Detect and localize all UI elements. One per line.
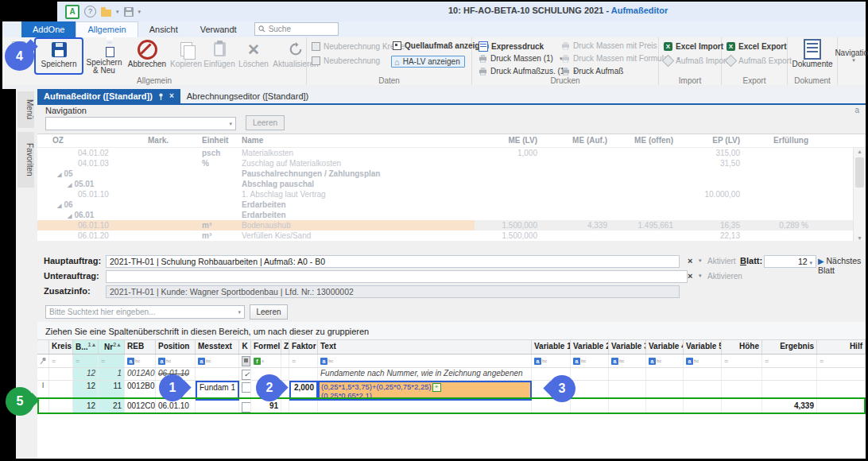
suchtext-combo[interactable]: Bitte Suchtext hier eingeben...▾ bbox=[45, 305, 245, 319]
cell-formel[interactable]: 91 bbox=[251, 401, 281, 414]
help-icon[interactable]: ? bbox=[84, 6, 96, 17]
hauptauftrag-clear-icon[interactable]: × bbox=[688, 256, 692, 265]
filter-cell-ergebnis[interactable]: = bbox=[762, 354, 817, 367]
cell-v1[interactable] bbox=[532, 401, 571, 414]
column-header-v3[interactable]: Variable 3 bbox=[609, 340, 646, 354]
cell-nr[interactable]: 1 bbox=[99, 368, 125, 380]
cell-kreis[interactable] bbox=[49, 381, 73, 401]
cell-ergebnis[interactable] bbox=[762, 381, 817, 401]
cell-messtext[interactable] bbox=[196, 401, 239, 414]
cell-k[interactable]: ✓ bbox=[239, 368, 251, 380]
abbrechen-button[interactable]: Abbrechen bbox=[125, 37, 169, 75]
cell-v5[interactable] bbox=[684, 381, 722, 401]
column-header-name[interactable]: Name bbox=[238, 134, 445, 147]
filter-cell-reb[interactable]: abc bbox=[125, 354, 156, 367]
column-header-me_lv[interactable]: ME (LV) bbox=[445, 134, 541, 147]
cell-reb[interactable]: 0012C0 bbox=[125, 401, 156, 414]
cell-hoehe[interactable] bbox=[722, 381, 762, 401]
cell-v5[interactable] bbox=[684, 368, 722, 380]
hauptauftrag-caret-icon[interactable]: ▾ bbox=[699, 258, 702, 264]
tab-addone[interactable]: AddOne bbox=[21, 21, 76, 37]
halv-anzeigen-button[interactable]: ⌂HA-LV anzeigen bbox=[391, 56, 465, 68]
neuberechnung-kreise-button[interactable]: Neuberechnung Kreise bbox=[312, 42, 405, 51]
cell-b[interactable]: 12 bbox=[73, 368, 99, 380]
tab-aufmasseditor[interactable]: Aufmaßeditor ([Standard]) × bbox=[37, 89, 180, 103]
column-header-oz[interactable]: OZ bbox=[49, 134, 145, 147]
k-checkbox[interactable] bbox=[242, 402, 251, 413]
naechstes-blatt-button[interactable]: ▶ Nächstes Blatt bbox=[818, 256, 866, 275]
tab-verwandt[interactable]: Verwandt bbox=[189, 21, 248, 37]
qat-dropdown-caret[interactable]: ▾ bbox=[138, 9, 141, 15]
loeschen-button[interactable]: ✕Löschen bbox=[236, 37, 271, 75]
filter-cell-v2[interactable]: abc bbox=[571, 354, 609, 367]
cell-v3[interactable] bbox=[609, 381, 646, 401]
lv-grid-row[interactable]: 06.01.20m³Verfüllen Kies/Sand1.500,00022… bbox=[37, 230, 866, 241]
column-header-ep_lv[interactable]: EP (LV) bbox=[676, 134, 743, 147]
column-header-messtext[interactable]: Messtext bbox=[196, 340, 239, 354]
open-dropdown-caret[interactable]: ▾ bbox=[116, 9, 119, 15]
filter-cell-text[interactable]: abc bbox=[318, 354, 532, 367]
column-header-v4[interactable]: Variable 4 bbox=[646, 340, 684, 354]
speichern-button[interactable]: Speichern bbox=[34, 37, 83, 75]
column-header-kreis[interactable]: Kreis bbox=[49, 340, 73, 354]
navigation-leeren-button[interactable]: Leeren bbox=[246, 115, 285, 130]
column-header-me_auf[interactable]: ME (Auf.) bbox=[541, 134, 610, 147]
ribbon-search-input[interactable]: Suche bbox=[254, 22, 339, 36]
cell-v5[interactable] bbox=[684, 401, 722, 414]
column-header-nr[interactable]: Nr2▲ bbox=[99, 340, 125, 354]
column-header-formel[interactable]: Formel bbox=[251, 340, 281, 354]
column-header-ergebnis[interactable]: Ergebnis bbox=[762, 340, 817, 354]
column-header-hoehe[interactable]: Höhe bbox=[722, 340, 762, 354]
cell-v3[interactable] bbox=[609, 401, 646, 414]
excel-export-button[interactable]: XExcel Export bbox=[727, 42, 787, 51]
cell-b[interactable]: 12 bbox=[73, 381, 99, 401]
hauptauftrag-field[interactable]: 2021-TH-01 | Schulung Rohbauarbeiten | A… bbox=[106, 255, 680, 268]
aufmass-export-button[interactable]: Aufmaß Export bbox=[727, 56, 792, 65]
column-header-v5[interactable]: Variable 5 bbox=[684, 340, 722, 354]
cell-hilf[interactable] bbox=[817, 401, 866, 414]
cell-kreis[interactable] bbox=[49, 401, 73, 414]
lv-grid-row[interactable]: 06.01.10m³Bodenaushub1.500,0004,3391.495… bbox=[37, 220, 866, 230]
cell-messtext[interactable]: Fundam 1 bbox=[196, 381, 239, 401]
cell-v2[interactable] bbox=[571, 381, 609, 401]
column-header-faktor[interactable]: Faktor bbox=[289, 340, 318, 354]
cell-hilf[interactable] bbox=[817, 368, 866, 380]
filter-cell-v4[interactable]: abc bbox=[646, 354, 684, 367]
cell-k[interactable] bbox=[239, 381, 251, 401]
cell-position[interactable]: 06.01.10 bbox=[156, 401, 196, 414]
speichern-und-neu-button[interactable]: Speichern & Neu bbox=[83, 37, 125, 75]
cell-text[interactable]: Fundamente nach Nummer, wie in Zeichnung… bbox=[318, 368, 532, 380]
cell-hoehe[interactable] bbox=[722, 368, 762, 380]
cell-messtext[interactable] bbox=[196, 368, 239, 380]
filter-cell-kreis[interactable]: = bbox=[49, 354, 73, 367]
cell-faktor[interactable] bbox=[289, 401, 318, 414]
cell-z[interactable] bbox=[281, 401, 289, 414]
kopieren-button[interactable]: Kopieren bbox=[169, 37, 203, 75]
blatt-caret-icon[interactable]: ▾ bbox=[809, 260, 812, 265]
scroll-up-icon[interactable]: ▲ bbox=[854, 149, 866, 154]
filter-cell-v1[interactable]: abc bbox=[532, 354, 571, 367]
cell-faktor[interactable]: 2,000 bbox=[289, 381, 318, 401]
combo-caret-icon[interactable]: ▾ bbox=[238, 309, 244, 316]
lv-grid-row[interactable]: 05.01.101. Abschlag laut Vertrag10.000,0… bbox=[37, 189, 866, 200]
aufmass-grid-row[interactable]: 12210012C006.01.10914,339 bbox=[37, 401, 866, 414]
tab-abrechnungseditor[interactable]: Abrechnungseditor ([Standard]) bbox=[180, 89, 315, 103]
column-header-v2[interactable]: Variable 2 bbox=[571, 340, 609, 354]
filter-cell-z[interactable] bbox=[281, 354, 289, 367]
filter-cell-formel[interactable]: fx bbox=[251, 354, 281, 367]
close-tab-icon[interactable]: × bbox=[169, 92, 174, 100]
filter-cell-position[interactable]: abc bbox=[156, 354, 196, 367]
column-header-einheit[interactable]: Einheit bbox=[199, 134, 238, 147]
lv-grid-row[interactable]: ◢05.01Abschlag pauschal bbox=[37, 179, 866, 189]
formula-text-cell[interactable]: (0,25*1,5*3,75)+(0,25*0,75*2,25)+(0,25*0… bbox=[318, 381, 532, 401]
cell-kreis[interactable] bbox=[49, 368, 73, 380]
combo-caret-icon[interactable]: ▾ bbox=[229, 121, 235, 127]
tab-ansicht[interactable]: Ansicht bbox=[138, 21, 189, 37]
cell-text[interactable] bbox=[318, 401, 532, 414]
filter-cell-v3[interactable]: abc bbox=[609, 354, 646, 367]
cell-ergebnis[interactable]: 4,339 bbox=[762, 401, 817, 414]
column-header-me_offen[interactable]: ME (offen) bbox=[610, 134, 676, 147]
filter-cell-b[interactable]: = bbox=[73, 354, 99, 367]
scroll-down-icon[interactable]: ▼ bbox=[854, 235, 866, 241]
sidebar-tab-favoriten[interactable]: Favoriten bbox=[17, 132, 34, 188]
